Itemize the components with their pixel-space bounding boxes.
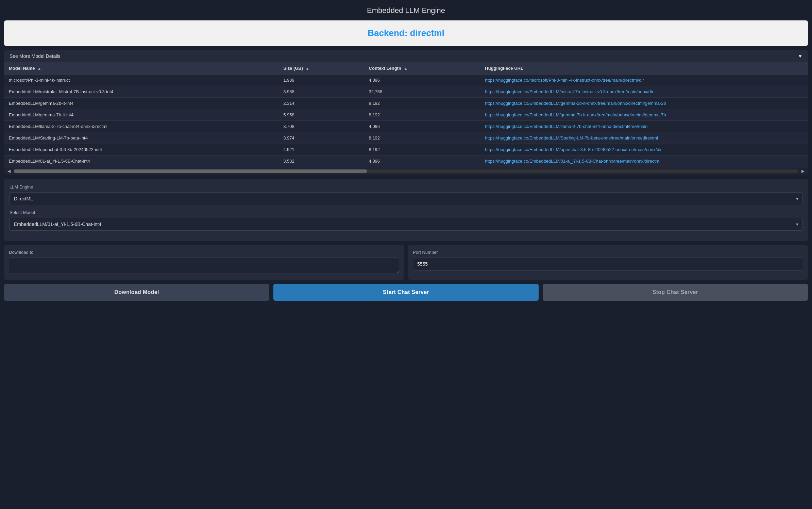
cell-model-name: microsoft/Phi-3-mini-4k-instruct (4, 75, 278, 86)
start-chat-server-button[interactable]: Start Chat Server (273, 284, 539, 301)
model-details-header[interactable]: See More Model Details ▼ (4, 50, 808, 62)
scroll-right-arrow[interactable]: ▶ (799, 168, 807, 174)
cell-url[interactable]: https://huggingface.co/EmbeddedLLM/llama… (480, 121, 808, 132)
stop-chat-server-button[interactable]: Stop Chat Server (543, 284, 808, 301)
download-section: Download to (4, 245, 404, 280)
sort-icon-context: ▲ (404, 66, 407, 70)
cell-url[interactable]: https://huggingface.co/EmbeddedLLM/Starl… (480, 132, 808, 144)
cell-context: 4,096 (364, 121, 480, 132)
model-details-title: See More Model Details (10, 53, 60, 59)
table-row[interactable]: EmbeddedLLM/gemma-2b-it-int4 2.314 8,192… (4, 98, 808, 109)
backend-banner: Backend: directml (4, 20, 808, 46)
cell-size: 3.974 (278, 132, 364, 144)
table-header-row: Model Name ▲ Size (GB) ▲ Context Length … (4, 62, 808, 75)
cell-url[interactable]: https://huggingface.co/EmbeddedLLM/mistr… (480, 86, 808, 98)
cell-url[interactable]: https://huggingface.co/microsoft/Phi-3-m… (480, 75, 808, 86)
select-model-wrapper: microsoft/Phi-3-mini-4k-instructEmbedded… (10, 218, 802, 231)
cell-model-name: EmbeddedLLM/gemma-7b-it-int4 (4, 109, 278, 121)
download-model-button[interactable]: Download Model (4, 284, 269, 301)
table-row[interactable]: microsoft/Phi-3-mini-4k-instruct 1.989 4… (4, 75, 808, 86)
cell-context: 8,192 (364, 144, 480, 155)
col-url: HuggingFace URL (480, 62, 808, 75)
horizontal-scroll-bar[interactable]: ◀ ▶ (4, 167, 808, 175)
cell-size: 5.958 (278, 109, 364, 121)
cell-url[interactable]: https://huggingface.co/EmbeddedLLM/openc… (480, 144, 808, 155)
cell-model-name: EmbeddedLLM/llama-2-7b-chat-int4-onnx-di… (4, 121, 278, 132)
cell-size: 3.708 (278, 121, 364, 132)
scroll-left-arrow[interactable]: ◀ (5, 168, 13, 174)
cell-context: 8,192 (364, 109, 480, 121)
cell-url[interactable]: https://huggingface.co/EmbeddedLLM/gemma… (480, 109, 808, 121)
table-row[interactable]: EmbeddedLLM/openchat-3.6-8b-20240522-int… (4, 144, 808, 155)
llm-engine-label: LLM Engine (10, 184, 802, 190)
port-input[interactable]: 5555 (413, 258, 803, 270)
chevron-down-icon: ▼ (798, 53, 802, 59)
app-title: Embedded LLM Engine (0, 0, 812, 20)
col-size[interactable]: Size (GB) ▲ (278, 62, 364, 75)
main-content: See More Model Details ▼ Model Name ▲ Si… (0, 50, 812, 305)
settings-section: LLM Engine DirectMLCPUCUDA ▾ Select Mode… (4, 179, 808, 241)
model-table-container[interactable]: Model Name ▲ Size (GB) ▲ Context Length … (4, 62, 808, 167)
download-label: Download to (9, 250, 399, 255)
cell-model-name: EmbeddedLLM/mistralai_Mistral-7B-Instruc… (4, 86, 278, 98)
cell-size: 3.532 (278, 155, 364, 167)
buttons-row: Download Model Start Chat Server Stop Ch… (4, 284, 808, 301)
table-row[interactable]: EmbeddedLLM/Starling-LM-7b-beta-int4 3.9… (4, 132, 808, 144)
llm-engine-select[interactable]: DirectMLCPUCUDA (10, 192, 802, 205)
cell-model-name: EmbeddedLLM/Starling-LM-7b-beta-int4 (4, 132, 278, 144)
port-label: Port Number (413, 250, 803, 255)
table-row[interactable]: EmbeddedLLM/mistralai_Mistral-7B-Instruc… (4, 86, 808, 98)
table-row[interactable]: EmbeddedLLM/llama-2-7b-chat-int4-onnx-di… (4, 121, 808, 132)
cell-model-name: EmbeddedLLM/openchat-3.6-8b-20240522-int… (4, 144, 278, 155)
table-row[interactable]: EmbeddedLLM/gemma-7b-it-int4 5.958 8,192… (4, 109, 808, 121)
cell-model-name: EmbeddedLLM/gemma-2b-it-int4 (4, 98, 278, 109)
sort-icon-model-name: ▲ (37, 66, 41, 70)
cell-size: 4.921 (278, 144, 364, 155)
cell-context: 8,192 (364, 132, 480, 144)
cell-context: 8,192 (364, 98, 480, 109)
model-table-body: microsoft/Phi-3-mini-4k-instruct 1.989 4… (4, 75, 808, 167)
model-select[interactable]: microsoft/Phi-3-mini-4k-instructEmbedded… (10, 218, 802, 231)
cell-context: 4,096 (364, 75, 480, 86)
sort-icon-size: ▲ (306, 66, 309, 70)
download-port-row: Download to Port Number 5555 (4, 245, 808, 280)
port-section: Port Number 5555 (408, 245, 808, 280)
cell-context: 32,768 (364, 86, 480, 98)
backend-text: Backend: directml (368, 28, 444, 38)
col-context[interactable]: Context Length ▲ (364, 62, 480, 75)
table-row[interactable]: EmbeddedLLM/01-ai_Yi-1.5-6B-Chat-int4 3.… (4, 155, 808, 167)
cell-url[interactable]: https://huggingface.co/EmbeddedLLM/01-ai… (480, 155, 808, 167)
cell-size: 3.988 (278, 86, 364, 98)
cell-size: 1.989 (278, 75, 364, 86)
select-model-label: Select Model (10, 210, 802, 215)
col-model-name[interactable]: Model Name ▲ (4, 62, 278, 75)
cell-url[interactable]: https://huggingface.co/EmbeddedLLM/gemma… (480, 98, 808, 109)
cell-model-name: EmbeddedLLM/01-ai_Yi-1.5-6B-Chat-int4 (4, 155, 278, 167)
model-details-section: See More Model Details ▼ Model Name ▲ Si… (4, 50, 808, 175)
cell-size: 2.314 (278, 98, 364, 109)
model-table: Model Name ▲ Size (GB) ▲ Context Length … (4, 62, 808, 167)
cell-context: 4,096 (364, 155, 480, 167)
download-path-input[interactable] (9, 258, 399, 274)
llm-engine-select-wrapper: DirectMLCPUCUDA ▾ (10, 192, 802, 205)
